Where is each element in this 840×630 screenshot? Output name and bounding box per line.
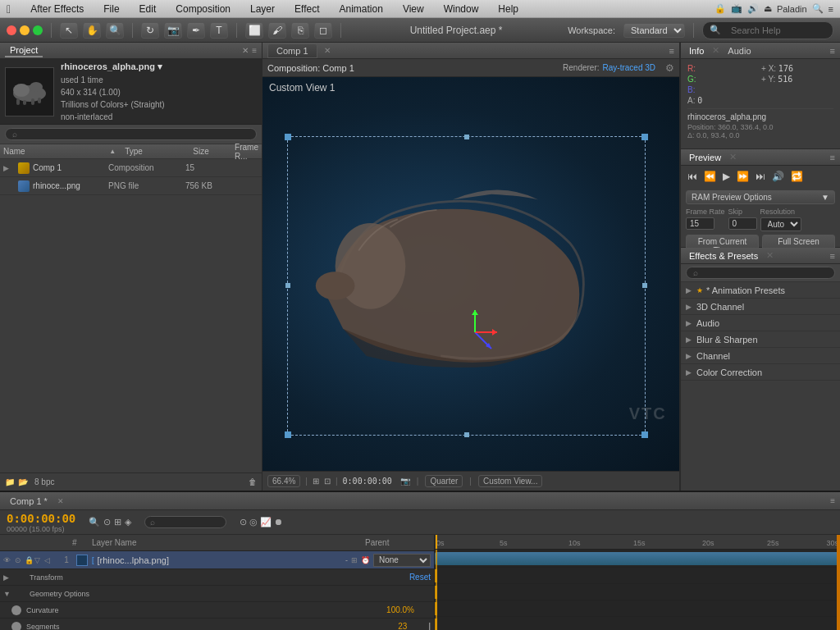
go-to-end-btn[interactable]: ⏭ <box>754 169 767 184</box>
menu-animation[interactable]: Animation <box>336 2 386 16</box>
timeline-close-btn[interactable]: ✕ <box>57 497 64 505</box>
effects-tab[interactable]: Effects & Presets <box>686 250 761 262</box>
col-header-fr[interactable]: Frame R... <box>235 143 258 161</box>
pixel-aspect-btn[interactable]: ⊡ <box>324 477 331 486</box>
comp-panel-menu[interactable]: ≡ <box>669 46 674 56</box>
project-close-btn[interactable]: ✕ <box>242 46 249 55</box>
fit-btn[interactable]: ⊞ <box>313 477 319 486</box>
project-item-rhino[interactable]: rhinoce...png PNG file 756 KB <box>0 177 262 195</box>
next-frame-btn[interactable]: ⏩ <box>735 169 751 184</box>
solo-icon[interactable]: ⊙ <box>15 556 23 564</box>
hand-tool-btn[interactable]: ✋ <box>83 22 101 39</box>
search-help-input[interactable] <box>724 24 823 37</box>
ram-preview-options-btn[interactable]: RAM Preview Options ▼ <box>686 190 835 204</box>
menu-icon[interactable]: ≡ <box>829 4 833 14</box>
camera-tool-btn[interactable]: 📷 <box>164 22 182 39</box>
zoom-tool-btn[interactable]: 🔍 <box>106 22 124 39</box>
layer-blend-mode[interactable]: ⊞ <box>351 556 358 564</box>
layer-parent-select-1[interactable]: None <box>373 554 431 567</box>
menu-file[interactable]: File <box>100 2 122 16</box>
lock-icon-layer[interactable]: 🔒 <box>25 556 33 564</box>
effects-search-input[interactable] <box>686 267 835 279</box>
menu-composition[interactable]: Composition <box>172 2 234 16</box>
expand-icon[interactable]: ▶ <box>3 573 28 582</box>
graph-editor-btn[interactable]: 📈 <box>260 517 272 527</box>
zoom-level[interactable]: 66.4% <box>267 475 300 487</box>
view-mode-btn[interactable]: Custom View... <box>478 475 543 487</box>
delete-btn[interactable]: 🗑 <box>249 477 257 486</box>
col-header-type[interactable]: Type <box>125 147 193 156</box>
menu-window[interactable]: Window <box>441 2 482 16</box>
reset-btn[interactable]: Reset <box>409 573 431 582</box>
effect-category-channel[interactable]: ▶ Channel <box>681 348 840 364</box>
rotate-tool-btn[interactable]: ↻ <box>141 22 159 39</box>
segments-stopwatch[interactable] <box>11 622 21 631</box>
col-header-size[interactable]: Size <box>193 147 235 156</box>
effect-category-blur[interactable]: ▶ Blur & Sharpen <box>681 331 840 348</box>
timeline-tool-2[interactable]: ⊞ <box>114 517 121 527</box>
menu-after-effects[interactable]: After Effects <box>27 2 87 16</box>
comp-options-btn[interactable]: ⚙ <box>665 62 674 74</box>
skip-input[interactable] <box>728 217 757 230</box>
timeline-tool-3[interactable]: ◈ <box>125 517 131 527</box>
preview-panel-menu[interactable]: ≡ <box>830 153 835 162</box>
minimize-window-btn[interactable] <box>20 25 30 35</box>
play-btn[interactable]: ▶ <box>721 169 732 184</box>
motion-blur-btn[interactable]: ◎ <box>249 517 258 527</box>
layer-switch-1[interactable]: - <box>345 556 348 564</box>
preview-tab[interactable]: Preview <box>686 152 724 163</box>
project-tab[interactable]: Project <box>5 44 43 57</box>
menu-help[interactable]: Help <box>495 2 522 16</box>
timeline-panel-menu[interactable]: ≡ <box>830 496 835 505</box>
audio-preview-btn[interactable]: 🔊 <box>770 169 786 184</box>
effect-category-animation-presets[interactable]: ▶ ★ * Animation Presets <box>681 282 840 299</box>
comp-tab[interactable]: Comp 1 <box>267 43 317 58</box>
geo-expand-icon[interactable]: ▼ <box>3 590 28 598</box>
bbox-handle-right[interactable] <box>642 283 647 288</box>
track-bar-1[interactable] <box>435 552 840 565</box>
timecode-display[interactable]: 0:00:00:00 <box>7 512 75 525</box>
playhead[interactable] <box>436 535 437 549</box>
segments-value[interactable]: 23 <box>398 622 407 630</box>
new-folder-btn[interactable]: 📂 <box>18 477 28 486</box>
shape-tool-btn[interactable]: ⬜ <box>245 22 263 39</box>
bbox-corner-bl[interactable] <box>285 431 291 438</box>
effect-category-audio[interactable]: ▶ Audio <box>681 315 840 331</box>
col-header-name[interactable]: Name <box>3 147 109 156</box>
solo-btn[interactable]: ⊙ <box>240 517 247 527</box>
menu-layer[interactable]: Layer <box>247 2 278 16</box>
bbox-corner-tl[interactable] <box>285 134 291 140</box>
timeline-tab[interactable]: Comp 1 * <box>5 495 52 507</box>
menu-effect[interactable]: Effect <box>291 2 322 16</box>
menu-edit[interactable]: Edit <box>136 2 160 16</box>
search-menu-icon[interactable]: 🔍 <box>812 3 824 14</box>
curvature-value[interactable]: 100.0% <box>386 605 414 614</box>
effects-panel-menu[interactable]: ≡ <box>830 251 835 261</box>
close-window-btn[interactable] <box>7 25 16 35</box>
work-area-end[interactable] <box>837 535 840 630</box>
brush-tool-btn[interactable]: 🖌 <box>268 22 286 39</box>
pen-tool-btn[interactable]: ✒ <box>187 22 205 39</box>
text-tool-btn[interactable]: T <box>210 22 228 39</box>
maximize-window-btn[interactable] <box>33 25 43 35</box>
bbox-handle-top[interactable] <box>464 135 469 139</box>
comp-close-btn[interactable]: ✕ <box>324 46 331 55</box>
info-tab[interactable]: Info <box>686 45 707 57</box>
info-panel-menu[interactable]: ≡ <box>830 46 835 56</box>
bbox-corner-br[interactable] <box>641 431 648 438</box>
eraser-tool-btn[interactable]: ◻ <box>314 22 332 39</box>
select-tool-btn[interactable]: ↖ <box>60 22 78 39</box>
curvature-stopwatch[interactable] <box>11 605 21 615</box>
bbox-handle-bottom[interactable] <box>464 432 469 437</box>
apple-menu[interactable]:  <box>7 2 11 16</box>
effect-category-color-correction[interactable]: ▶ Color Correction <box>681 364 840 381</box>
go-to-start-btn[interactable]: ⏮ <box>686 169 699 184</box>
project-menu-btn[interactable]: ≡ <box>252 46 257 55</box>
effect-category-3d-channel[interactable]: ▶ 3D Channel <box>681 299 840 315</box>
timeline-tool-1[interactable]: ⊙ <box>103 517 111 527</box>
bbox-handle-left[interactable] <box>285 283 290 288</box>
quality-icon[interactable]: ◁ <box>44 556 52 564</box>
project-search-input[interactable] <box>5 128 257 140</box>
project-item-comp1[interactable]: ▶ Comp 1 Composition 15 <box>0 159 262 177</box>
loop-btn[interactable]: 🔁 <box>789 169 805 184</box>
